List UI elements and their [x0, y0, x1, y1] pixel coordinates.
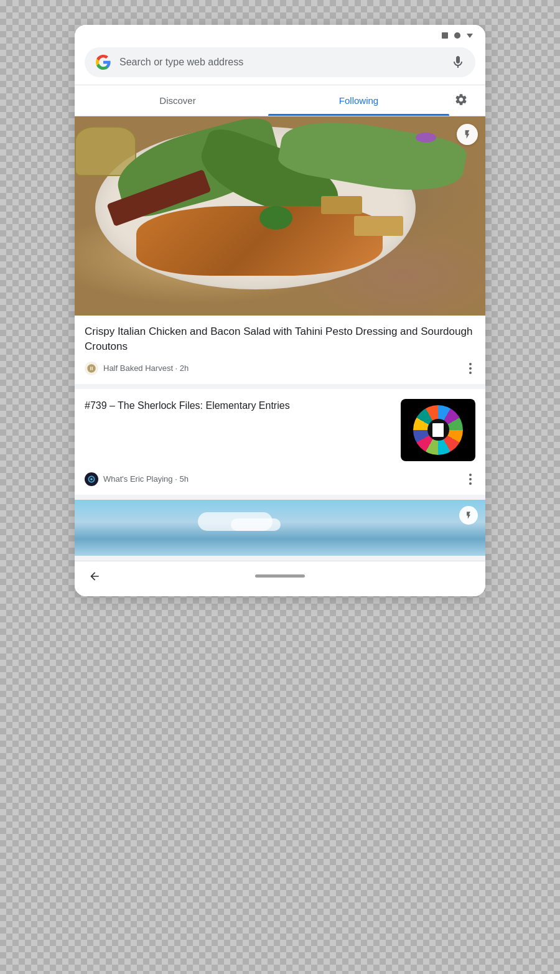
card-small-inner: #739 – The Sherlock Files: Elementary En… [85, 399, 475, 471]
card-body-1: Crispy Italian Chicken and Bacon Salad w… [75, 316, 485, 384]
source-icon-1 [85, 362, 98, 375]
feed-content: Crispy Italian Chicken and Bacon Salad w… [75, 116, 485, 561]
amp-badge-3 [459, 506, 478, 525]
lightning-icon-3 [464, 511, 473, 520]
source-name-2: What's Eric Playing · 5h [103, 474, 189, 484]
card-source-1: Half Baked Harvest · 2h [85, 362, 189, 375]
dropdown-icon [465, 31, 474, 40]
card-small-text: #739 – The Sherlock Files: Elementary En… [85, 399, 393, 418]
home-indicator[interactable] [255, 574, 305, 578]
settings-icon [454, 93, 468, 106]
source-name-1: Half Baked Harvest · 2h [103, 363, 189, 373]
card-title-1: Crispy Italian Chicken and Bacon Salad w… [85, 324, 475, 354]
svg-rect-0 [442, 32, 448, 39]
back-button[interactable] [87, 569, 102, 584]
lightning-icon-1 [462, 129, 472, 139]
source-icon-2 [85, 472, 98, 486]
card-thumbnail-2 [401, 399, 475, 461]
amp-badge-1 [457, 124, 478, 145]
card-source-2: What's Eric Playing · 5h [85, 472, 189, 486]
svg-point-4 [90, 478, 93, 480]
svg-point-1 [454, 32, 460, 39]
phone-frame: Search or type web address Discover Foll… [75, 25, 485, 596]
card-small-sherlock[interactable]: #739 – The Sherlock Files: Elementary En… [75, 389, 485, 495]
tabs-container: Discover Following [75, 85, 485, 116]
svg-marker-2 [467, 34, 473, 38]
card-partial-sky[interactable] [75, 500, 485, 556]
source-logo-1 [86, 363, 96, 373]
more-menu-2[interactable] [465, 471, 475, 487]
card-large-salad[interactable]: Crispy Italian Chicken and Bacon Salad w… [75, 116, 485, 384]
square-icon [441, 31, 449, 40]
tab-following[interactable]: Following [268, 85, 449, 116]
salad-image [75, 116, 485, 316]
tab-discover[interactable]: Discover [87, 85, 268, 116]
status-bar [75, 25, 485, 42]
card-meta-1: Half Baked Harvest · 2h [85, 360, 475, 377]
nav-bar [75, 561, 485, 596]
google-logo [95, 54, 112, 71]
settings-button[interactable] [449, 88, 473, 114]
more-menu-1[interactable] [465, 360, 475, 377]
search-input[interactable]: Search or type web address [119, 57, 443, 68]
search-bar-container: Search or type web address [75, 42, 485, 85]
card-image-container [75, 116, 485, 316]
card-partial-image [75, 500, 485, 556]
circle-icon [453, 31, 462, 40]
mic-icon[interactable] [450, 55, 465, 70]
search-bar[interactable]: Search or type web address [85, 47, 475, 77]
source-logo-2 [85, 472, 98, 486]
card-meta-2: What's Eric Playing · 5h [85, 471, 475, 495]
back-icon [88, 570, 101, 583]
card-title-2: #739 – The Sherlock Files: Elementary En… [85, 399, 393, 413]
